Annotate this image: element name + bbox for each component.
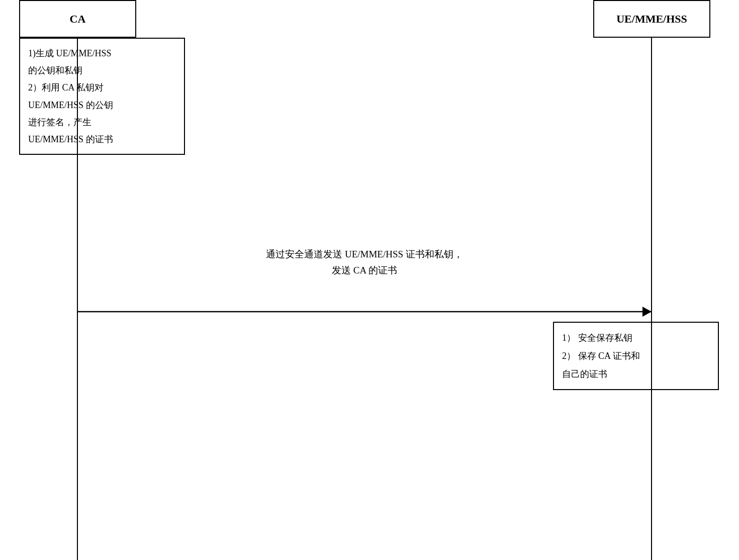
ue-action-box: 1） 安全保存私钥 2） 保存 CA 证书和 自己的证书 xyxy=(553,322,719,390)
message-arrowhead xyxy=(642,307,652,317)
actor-ca-label: CA xyxy=(70,13,86,26)
sequence-diagram: CA UE/MME/HSS 1)生成 UE/MME/HSS 的公钥和私钥 2）利… xyxy=(0,0,739,560)
ca-action-box: 1)生成 UE/MME/HSS 的公钥和私钥 2）利用 CA 私钥对 UE/MM… xyxy=(19,38,185,155)
ca-action-line1: 1)生成 UE/MME/HSS 的公钥和私钥 2）利用 CA 私钥对 UE/MM… xyxy=(28,45,176,148)
message-label: 通过安全通道发送 UE/MME/HSS 证书和私钥， 发送 CA 的证书 xyxy=(101,246,628,279)
actor-ue-box: UE/MME/HSS xyxy=(593,0,710,38)
actor-ca-box: CA xyxy=(19,0,136,38)
actor-ue-label: UE/MME/HSS xyxy=(616,13,687,26)
ue-action-text: 1） 安全保存私钥 2） 保存 CA 证书和 自己的证书 xyxy=(562,329,710,383)
